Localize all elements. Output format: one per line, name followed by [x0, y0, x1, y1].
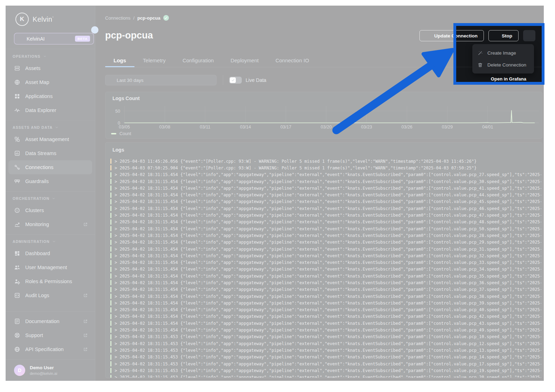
date-range-select[interactable]: Last 30 days: [105, 75, 217, 85]
log-text: > 2025-04-02 18:31:15.454 {"level":"info…: [115, 314, 541, 319]
tab-telemetry[interactable]: Telemetry: [135, 55, 174, 67]
sidebar-section-header-orchestration[interactable]: ORCHESTRATION: [8, 194, 92, 203]
tab-configuration[interactable]: Configuration: [174, 55, 222, 67]
log-text: > 2025-04-02 18:31:15.453 {"level":"info…: [115, 375, 541, 378]
sidebar-item-guardrails[interactable]: Guardrails: [8, 174, 92, 188]
breadcrumb-current: pcp-opcua: [137, 15, 160, 21]
sidebar-section-header-assets-and-data[interactable]: ASSETS AND DATA: [8, 122, 92, 132]
log-line[interactable]: > 2025-04-02 18:31:15.454 {"level":"info…: [110, 198, 541, 205]
log-line[interactable]: > 2025-04-02 18:31:15.454 {"level":"info…: [110, 327, 541, 333]
sidebar-item-asset-management[interactable]: Asset Management: [8, 132, 92, 146]
log-line[interactable]: > 2025-04-02 18:31:15.454 {"level":"info…: [110, 212, 541, 218]
info-icon[interactable]: [127, 147, 132, 153]
log-line[interactable]: > 2025-04-02 18:31:15.453 {"level":"info…: [110, 354, 541, 360]
log-text: > 2025-04-02 18:31:15.453 {"level":"info…: [115, 348, 541, 353]
log-line[interactable]: > 2025-04-02 18:31:15.454 {"level":"info…: [110, 178, 541, 185]
log-line[interactable]: > 2025-04-02 18:31:15.453 {"level":"info…: [110, 334, 541, 340]
log-line[interactable]: > 2025-04-02 18:31:15.454 {"level":"info…: [110, 279, 541, 286]
log-text: > 2025-04-02 18:31:15.454 {"level":"info…: [115, 213, 541, 218]
sidebar-item-user-management[interactable]: User Management: [8, 260, 92, 274]
log-line[interactable]: > 2025-04-03 07:50:25.904 {"event":"[Pol…: [110, 164, 541, 171]
sidebar-item-applications[interactable]: Applications: [8, 89, 92, 103]
log-line[interactable]: > 2025-04-02 18:31:15.454 {"level":"info…: [110, 300, 541, 306]
log-line[interactable]: > 2025-04-02 18:31:15.454 {"level":"info…: [110, 259, 541, 266]
status-check-icon: [163, 15, 169, 21]
log-line[interactable]: > 2025-04-02 18:31:15.454 {"level":"info…: [110, 232, 541, 239]
log-level-bar: [110, 240, 111, 245]
sidebar-item-clusters[interactable]: Clusters: [8, 203, 92, 217]
log-line[interactable]: > 2025-04-02 18:31:15.454 {"level":"info…: [110, 191, 541, 198]
log-line[interactable]: > 2025-04-02 18:31:15.453 {"level":"info…: [110, 347, 541, 354]
sidebar-spacer: [6, 305, 95, 311]
log-line[interactable]: > 2025-04-02 18:31:15.454 {"level":"info…: [110, 246, 541, 252]
update-connection-button[interactable]: Update Connection: [419, 30, 484, 41]
sidebar-item-documentation[interactable]: Documentation: [8, 314, 92, 328]
log-line[interactable]: > 2025-04-02 18:31:15.454 {"level":"info…: [110, 185, 541, 191]
stop-button[interactable]: Stop: [488, 30, 519, 41]
user-name: Demo User: [30, 365, 57, 370]
menu-item-create-image[interactable]: Create Image: [472, 47, 534, 59]
log-level-bar: [110, 273, 111, 279]
sidebar-item-asset-map[interactable]: Asset Map: [8, 75, 92, 89]
log-line[interactable]: > 2025-04-02 18:31:15.454 {"level":"info…: [110, 252, 541, 259]
log-line[interactable]: > 2025-04-02 18:31:15.454 {"level":"info…: [110, 225, 541, 232]
connections-icon: [14, 164, 20, 170]
sidebar-nav: OPERATIONSAssetsAsset MapApplicationsDat…: [6, 49, 95, 305]
header-actions: Update Connection Stop: [419, 30, 535, 41]
sidebar-item-kelvinai[interactable]: KelvinAI BETA: [14, 33, 94, 44]
log-line[interactable]: > 2025-04-02 18:31:15.453 {"level":"info…: [110, 367, 541, 374]
log-line[interactable]: > 2025-04-02 18:31:15.453 {"level":"info…: [110, 340, 541, 347]
log-line[interactable]: > 2025-04-02 18:31:15.454 {"level":"info…: [110, 273, 541, 279]
sidebar-section-header-administration[interactable]: ADMINISTRATION: [8, 237, 92, 246]
log-line[interactable]: > 2025-04-02 18:31:15.454 {"level":"info…: [110, 293, 541, 300]
open-in-grafana-link[interactable]: Open in Grafana: [483, 76, 526, 82]
live-data-toggle[interactable]: [229, 77, 242, 84]
sidebar-item-dashboard[interactable]: Dashboard: [8, 246, 92, 260]
log-text: > 2025-04-02 18:31:15.454 {"level":"info…: [115, 280, 541, 285]
log-level-bar: [110, 165, 111, 170]
user-menu[interactable]: D Demo User demo@kelvin.ai: [6, 359, 95, 381]
log-line[interactable]: > 2025-04-02 18:31:15.454 {"level":"info…: [110, 266, 541, 273]
log-text: > 2025-04-02 18:31:15.453 {"level":"info…: [115, 362, 541, 366]
tab-deployment[interactable]: Deployment: [222, 55, 267, 67]
log-line[interactable]: > 2025-04-02 18:31:15.453 {"level":"info…: [110, 360, 541, 367]
logs-count-panel: Logs Count 03/0503/0803/1103/1403/1703/2…: [105, 92, 542, 139]
log-text: > 2025-04-02 18:31:15.454 {"level":"info…: [115, 186, 541, 191]
sidebar-item-data-streams[interactable]: Data Streams: [8, 146, 92, 160]
log-line[interactable]: > 2025-04-02 18:31:15.454 {"level":"info…: [110, 219, 541, 225]
menu-item-delete-connection[interactable]: Delete Connection: [472, 59, 534, 71]
external-link-icon: [83, 222, 88, 227]
sidebar-item-connections[interactable]: Connections: [8, 160, 92, 174]
role-gear-icon: [14, 278, 20, 285]
breadcrumb: Connections / pcp-opcua: [105, 15, 169, 21]
tab-logs[interactable]: Logs: [105, 55, 135, 67]
sidebar-section: ADMINISTRATIONDashboardUser ManagementRo…: [6, 234, 95, 305]
breadcrumb-parent-link[interactable]: Connections: [105, 15, 130, 21]
sidebar-item-roles-permissions[interactable]: Roles & Permissions: [8, 274, 92, 288]
sidebar-item-monitoring[interactable]: Monitoring: [8, 217, 92, 231]
menu-item-label: Create Image: [487, 50, 516, 56]
sidebar-item-assets[interactable]: Assets: [8, 61, 92, 75]
log-line[interactable]: > 2025-04-02 18:31:15.453 {"level":"info…: [110, 374, 541, 378]
log-line[interactable]: > 2025-04-02 18:31:15.454 {"level":"info…: [110, 205, 541, 212]
svg-text:0: 0: [118, 121, 120, 126]
sidebar-item-support[interactable]: Support: [8, 328, 92, 342]
log-line[interactable]: > 2025-04-03 11:45:26.056 {"event":"[Pol…: [110, 158, 541, 164]
sidebar-item-api-specification[interactable]: API Specification: [8, 342, 92, 356]
svg-text:03/14: 03/14: [240, 125, 251, 130]
log-line[interactable]: > 2025-04-02 18:31:15.454 {"level":"info…: [110, 286, 541, 293]
svg-text:03/20: 03/20: [321, 125, 331, 130]
sidebar-item-data-explorer[interactable]: Data Explorer: [8, 103, 92, 117]
more-actions-button[interactable]: [523, 30, 535, 41]
log-line[interactable]: > 2025-04-02 18:31:15.454 {"level":"info…: [110, 313, 541, 320]
sidebar-item-audit-logs[interactable]: Audit Logs: [8, 288, 92, 302]
log-line[interactable]: > 2025-04-02 18:31:15.454 {"level":"info…: [110, 239, 541, 246]
tab-connection-io[interactable]: Connection IO: [267, 55, 317, 67]
log-line[interactable]: > 2025-04-02 18:31:15.454 {"level":"info…: [110, 320, 541, 327]
sidebar-section-header-operations[interactable]: OPERATIONS: [8, 51, 92, 61]
log-line[interactable]: > 2025-04-02 18:31:15.454 {"level":"info…: [110, 172, 541, 178]
sidebar-collapse-button[interactable]: [91, 26, 98, 34]
sidebar-item-label: Clusters: [25, 208, 44, 213]
log-text: > 2025-04-02 18:31:15.454 {"level":"info…: [115, 172, 541, 177]
log-line[interactable]: > 2025-04-02 18:31:15.454 {"level":"info…: [110, 307, 541, 313]
